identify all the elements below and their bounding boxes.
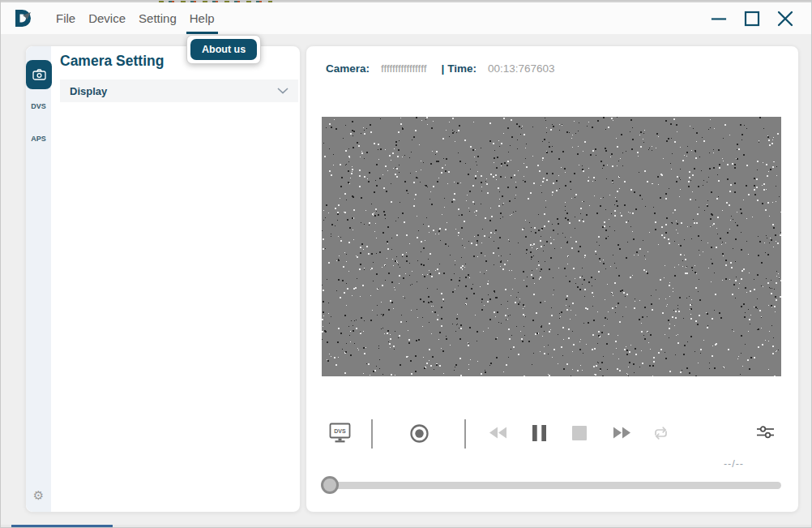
sidebar-tab-camera[interactable]	[26, 60, 52, 89]
pause-icon	[532, 425, 546, 441]
frame-counter: --/--	[724, 458, 744, 470]
menubar: File Device Setting Help	[49, 2, 221, 34]
controls-divider	[464, 419, 466, 449]
sidebar-tab-dvs[interactable]: DVS	[26, 102, 51, 110]
camera-id-value: ffffffffffffffff	[381, 62, 426, 75]
panel-title: Camera Setting	[60, 53, 164, 70]
loop-button[interactable]	[652, 426, 669, 440]
dvs-monitor-icon: DVS	[329, 423, 351, 443]
camera-icon	[32, 69, 46, 80]
record-icon	[409, 423, 430, 444]
fast-forward-button[interactable]	[613, 427, 631, 439]
sidebar-rail: DVS APS ⚙	[26, 46, 51, 512]
viewer-panel: Camera: ffffffffffffffff | Time: 00:13:7…	[306, 45, 799, 513]
chevron-down-icon	[277, 88, 288, 94]
settings-gear-icon[interactable]: ⚙	[26, 489, 51, 502]
window-controls	[711, 2, 811, 34]
playback-controls: DVS	[322, 418, 781, 450]
record-button[interactable]	[409, 423, 430, 444]
app-logo-icon	[11, 6, 36, 31]
about-us-menu-item[interactable]: About us	[190, 39, 257, 60]
sliders-icon	[757, 425, 774, 440]
playback-settings-button[interactable]	[757, 425, 774, 440]
time-label: Time:	[447, 62, 477, 75]
time-value: 00:13:767603	[488, 62, 555, 75]
dvs-video-feed	[322, 117, 781, 376]
menu-file[interactable]: File	[49, 2, 82, 34]
desktop-bottom-sliver	[1, 525, 811, 527]
display-section-label: Display	[70, 85, 107, 97]
camera-label: Camera:	[326, 62, 370, 75]
dvs-monitor-toggle[interactable]: DVS	[329, 423, 351, 443]
loop-icon	[652, 426, 669, 440]
camera-setting-panel: DVS APS ⚙ Camera Setting Display	[25, 45, 301, 513]
seek-track[interactable]	[322, 482, 781, 489]
seek-slider[interactable]	[322, 476, 781, 496]
stop-icon	[572, 426, 587, 440]
maximize-icon[interactable]	[744, 11, 760, 27]
header-divider: |	[441, 62, 444, 75]
minimize-icon[interactable]	[711, 11, 727, 27]
help-menu-popup: About us	[186, 35, 261, 64]
menu-device[interactable]: Device	[82, 2, 132, 34]
menu-setting[interactable]: Setting	[132, 2, 183, 34]
seek-thumb[interactable]	[321, 476, 339, 494]
menu-help[interactable]: Help	[183, 2, 221, 34]
pause-button[interactable]	[532, 425, 546, 441]
display-section-header[interactable]: Display	[60, 79, 298, 102]
controls-divider	[371, 419, 373, 449]
svg-text:DVS: DVS	[334, 428, 346, 434]
rewind-button[interactable]	[489, 427, 507, 439]
close-icon[interactable]	[777, 11, 793, 27]
stop-button[interactable]	[572, 426, 587, 440]
viewer-header: Camera: ffffffffffffffff | Time: 00:13:7…	[326, 62, 555, 75]
content-area: DVS APS ⚙ Camera Setting Display Camera:…	[1, 34, 811, 525]
app-window: File Device Setting Help About us	[0, 0, 812, 528]
sidebar-tab-aps[interactable]: APS	[26, 135, 51, 143]
taskbar-fragment	[11, 525, 113, 527]
fast-forward-icon	[613, 427, 631, 439]
rewind-icon	[489, 427, 507, 439]
titlebar: File Device Setting Help	[1, 2, 811, 35]
